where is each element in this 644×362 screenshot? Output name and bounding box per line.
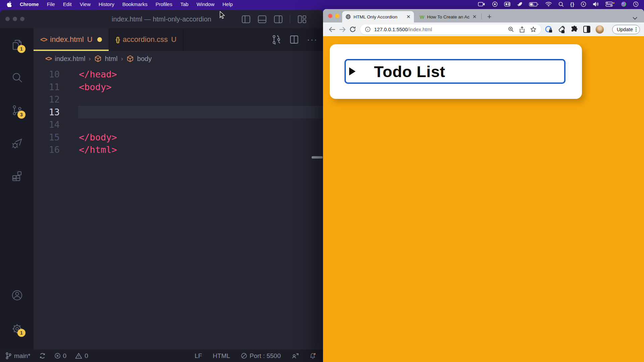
- toggle-primary-sidebar-icon[interactable]: [241, 15, 251, 24]
- symbol-cube-icon: [94, 55, 102, 62]
- record-dot-icon[interactable]: [492, 1, 498, 7]
- screen-record-icon[interactable]: [478, 2, 486, 7]
- menu-tab[interactable]: Tab: [176, 1, 193, 7]
- wifi-icon[interactable]: [545, 2, 552, 7]
- chrome-update-button[interactable]: Update: [612, 25, 640, 34]
- page-zoom-icon[interactable]: [508, 26, 514, 32]
- run-debug-icon[interactable]: [11, 137, 23, 150]
- reload-button[interactable]: [347, 26, 358, 33]
- menu-app-name[interactable]: Chrome: [16, 1, 43, 7]
- code-line: 14: [34, 118, 323, 131]
- breadcrumb-file[interactable]: index.html: [55, 55, 85, 63]
- breadcrumb: <> index.html › html › body: [34, 51, 323, 66]
- clock-icon[interactable]: [633, 1, 639, 7]
- todo-accordion-summary[interactable]: Todo List: [344, 59, 566, 84]
- browser-tab-html-only-accordion[interactable]: HTML Only Accordion ✕: [342, 11, 414, 22]
- language-mode-status[interactable]: HTML: [213, 352, 230, 360]
- editor-tab-index-html[interactable]: <> index.html U: [34, 28, 109, 51]
- browser-tab-how-to-create-accordion[interactable]: W How To Create an Accordion ✕: [416, 11, 480, 22]
- zoom-window-button[interactable]: [20, 17, 24, 21]
- forward-button[interactable]: [337, 26, 347, 33]
- toggle-panel-icon[interactable]: [258, 15, 267, 24]
- apple-menu-icon[interactable]: [5, 1, 16, 7]
- extensions-puzzle-icon[interactable]: [570, 25, 578, 34]
- code-line-current: 13: [34, 106, 323, 119]
- menu-view[interactable]: View: [76, 1, 95, 7]
- code-line: 12: [34, 93, 323, 106]
- bookmark-star-icon[interactable]: [530, 26, 536, 33]
- search-icon[interactable]: [558, 2, 564, 7]
- close-tab-icon[interactable]: ✕: [472, 14, 477, 20]
- password-manager-extension-icon[interactable]: [545, 25, 553, 34]
- site-info-icon[interactable]: [365, 26, 371, 32]
- minimize-window-button[interactable]: [13, 17, 17, 21]
- battery-icon[interactable]: [529, 2, 539, 7]
- control-center-icon[interactable]: [605, 2, 614, 7]
- chrome-tab-strip: HTML Only Accordion ✕ W How To Create an…: [323, 9, 644, 22]
- notifications-bell-icon[interactable]: [310, 352, 316, 359]
- tab-title: HTML Only Accordion: [354, 14, 404, 19]
- address-bar[interactable]: 127.0.0.1:5500/index.html: [360, 24, 541, 35]
- back-button[interactable]: [327, 26, 337, 33]
- menu-bookmarks[interactable]: Bookmarks: [118, 1, 152, 7]
- video-camera-icon[interactable]: [504, 2, 511, 7]
- git-status-letter: U: [171, 35, 176, 44]
- minimize-window-button[interactable]: [335, 14, 339, 18]
- git-branch-status[interactable]: main*: [5, 352, 31, 360]
- split-editor-icon[interactable]: [289, 35, 299, 44]
- menu-edit[interactable]: Edit: [59, 1, 76, 7]
- desktop: Chrome File Edit View History Bookmarks …: [0, 0, 644, 362]
- unsaved-dot-icon[interactable]: [97, 37, 102, 42]
- new-tab-button[interactable]: +: [485, 12, 494, 21]
- live-share-icon[interactable]: [291, 353, 299, 359]
- live-server-port-status[interactable]: Port : 5500: [241, 352, 281, 360]
- braces-icon[interactable]: { }: [570, 2, 574, 7]
- vscode-status-bar: main* 0 0 LF HTML Port : 5500: [0, 350, 323, 362]
- menu-help[interactable]: Help: [218, 1, 237, 7]
- warnings-status[interactable]: 0: [75, 352, 88, 360]
- vscode-titlebar: index.html — html-only-accordion: [0, 10, 323, 28]
- menu-file[interactable]: File: [43, 1, 59, 7]
- open-changes-icon[interactable]: [271, 35, 281, 45]
- sync-changes-button[interactable]: [39, 353, 46, 359]
- volume-icon[interactable]: [593, 2, 599, 7]
- toggle-secondary-sidebar-icon[interactable]: [274, 15, 283, 24]
- symbol-cube-icon: [126, 55, 134, 62]
- accounts-icon[interactable]: [11, 289, 23, 302]
- chrome-toolbar: 127.0.0.1:5500/index.html: [323, 22, 644, 36]
- menu-history[interactable]: History: [95, 1, 118, 7]
- tab-list-chevron-icon[interactable]: [633, 17, 637, 20]
- code-editor[interactable]: 10</head> 11<body> 12 13 14 15</body> 16…: [34, 66, 323, 350]
- menu-bar: Chrome File Edit View History Bookmarks …: [0, 0, 644, 8]
- profile-avatar[interactable]: [595, 25, 604, 34]
- search-sidebar-icon[interactable]: [11, 71, 23, 84]
- errors-status[interactable]: 0: [54, 352, 67, 360]
- vscode-activity-bar: 1 3 1: [0, 28, 34, 350]
- scrollbar-decoration[interactable]: [312, 156, 323, 159]
- editor-tab-accordion-css[interactable]: { } accordion.css U: [109, 28, 184, 51]
- breadcrumb-body[interactable]: body: [137, 55, 152, 63]
- git-status-letter: U: [87, 35, 93, 44]
- siri-icon[interactable]: [621, 1, 627, 7]
- customize-layout-icon[interactable]: [297, 14, 307, 24]
- rocket-icon[interactable]: [517, 1, 523, 7]
- eol-status[interactable]: LF: [195, 352, 202, 360]
- url-path: /index.html: [408, 26, 432, 32]
- color-picker-extension-icon[interactable]: [557, 25, 566, 34]
- dark-reader-extension-icon[interactable]: [583, 25, 591, 33]
- breadcrumb-html[interactable]: html: [105, 55, 118, 63]
- close-tab-icon[interactable]: ✕: [406, 14, 411, 20]
- close-window-button[interactable]: [328, 14, 332, 18]
- source-control-badge: 3: [17, 111, 25, 119]
- tab-separator: [481, 13, 482, 19]
- menu-profiles[interactable]: Profiles: [152, 1, 176, 7]
- more-actions-icon[interactable]: ···: [307, 35, 318, 45]
- html-file-icon: <>: [45, 55, 51, 62]
- close-window-button[interactable]: [5, 17, 10, 21]
- browser-menu-icon[interactable]: [636, 27, 637, 32]
- extensions-icon[interactable]: [11, 170, 23, 183]
- menu-window[interactable]: Window: [193, 1, 218, 7]
- mouse-cursor: [219, 11, 226, 19]
- share-icon[interactable]: [520, 26, 525, 33]
- play-circle-icon[interactable]: [581, 1, 586, 7]
